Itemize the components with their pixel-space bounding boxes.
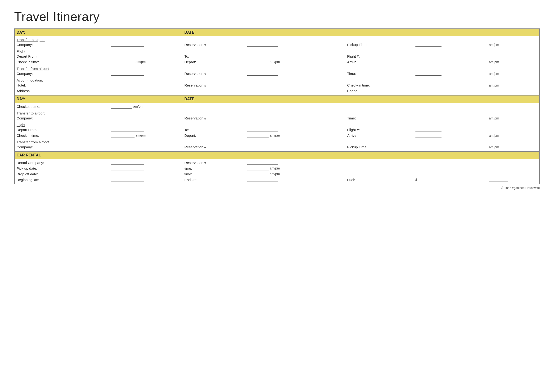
checkout-row: Checkout time: am/pm — [14, 103, 540, 110]
check-in-label-acc: Check-in time: — [345, 82, 414, 88]
transfer-to-airport-2-heading: Transfer to airport — [17, 111, 45, 115]
ampm-depart-1: am/pm — [270, 60, 280, 64]
copyright: © The Organised Housewife — [14, 186, 540, 189]
dollar-sign: $ — [414, 177, 487, 184]
flight-2-row2: Check in time: am/pm Depart: am/pm Arriv… — [14, 133, 540, 138]
ampm-pickup: am/pm — [270, 166, 280, 170]
flight-num-label-2: Flight #: — [345, 127, 414, 133]
arrive-label-2: Arrive: — [345, 133, 414, 138]
ampm-tfa-1: am/pm — [487, 71, 513, 76]
page-title: Travel Itinerary — [14, 9, 540, 24]
drop-off-date-label: Drop off date: — [14, 171, 109, 177]
phone-label: Phone: — [345, 88, 414, 94]
pickup-time-label-2: Pickup Time: — [345, 144, 414, 150]
arrive-label-1: Arrive: — [345, 59, 414, 65]
ampm-tta-2: am/pm — [487, 115, 513, 121]
accommodation-row2: Address: Phone: — [14, 88, 540, 94]
transfer-to-airport-2-heading-row: Transfer to airport — [14, 109, 540, 115]
car-rental-row3: Drop off date: time: am/pm — [14, 171, 540, 177]
transfer-from-airport-1-heading: Transfer from airport — [17, 67, 49, 71]
time-label-car2: time: — [182, 171, 245, 177]
flight-1-row2: Check in time: am/pm Depart: am/pm Arriv… — [14, 59, 540, 65]
transfer-from-airport-1-heading-row: Transfer from airport — [14, 65, 540, 71]
day-label-2: DAY: — [14, 95, 182, 103]
time-label-tfa-1: Time: — [345, 71, 414, 76]
car-rental-header: CAR RENTAL — [14, 151, 540, 159]
depart-from-label-1: Depart From: — [14, 53, 109, 59]
ampm-dropoff: am/pm — [270, 172, 280, 176]
car-rental-row1: Rental Company: Reservation # — [14, 159, 540, 166]
car-rental-row4: Beginning km: End km: Fuel: $ — [14, 177, 540, 184]
flight-1-heading-row: Flight — [14, 47, 540, 53]
ampm-checkout: am/pm — [133, 105, 143, 108]
reservation-label-tfa-1: Reservation # — [182, 71, 245, 76]
ampm-tfa-2: am/pm — [487, 144, 513, 150]
company-label-tfa-2: Company: — [14, 144, 109, 150]
ampm-acc: am/pm — [487, 82, 513, 88]
ampm-check-in-1: am/pm — [135, 60, 146, 64]
address-label: Address: — [14, 88, 109, 94]
flight-1-row1: Depart From: To: Flight #: — [14, 53, 540, 59]
depart-label-2: Depart: — [182, 133, 245, 138]
ampm-arrive-2: am/pm — [487, 133, 513, 138]
check-in-label-2: Check in time: — [14, 133, 109, 138]
flight-num-label-1: Flight #: — [345, 53, 414, 59]
flight-1-heading: Flight — [17, 49, 25, 53]
company-label-2: Company: — [14, 115, 109, 121]
to-label-2: To: — [182, 127, 245, 133]
transfer-from-airport-2-row: Company: Reservation # Pickup Time: am/p… — [14, 144, 540, 150]
date-label-1: DATE: — [182, 29, 540, 36]
reservation-label-2: Reservation # — [182, 115, 245, 121]
section2-header: DAY: DATE: — [14, 95, 540, 103]
reservation-label-acc: Reservation # — [182, 82, 245, 88]
ampm-depart-2: am/pm — [270, 133, 280, 137]
car-rental-row2: Pick up date: time: am/pm — [14, 165, 540, 171]
time-label-2: Time: — [345, 115, 414, 121]
reservation-label-tfa-2: Reservation # — [182, 144, 245, 150]
company-label-1: Company: — [14, 42, 109, 47]
pickup-time-label-1: Pickup Time: — [345, 42, 414, 47]
date-label-2: DATE: — [182, 95, 540, 103]
hotel-label: Hotel: — [14, 82, 109, 88]
accommodation-heading: Accommodation: — [17, 78, 43, 82]
transfer-to-airport-1-heading: Transfer to airport — [17, 38, 45, 42]
car-rental-heading: CAR RENTAL — [14, 151, 540, 159]
company-label-tfa-1: Company: — [14, 71, 109, 76]
depart-from-label-2: Depart From: — [14, 127, 109, 133]
ampm-arrive-1: am/pm — [487, 59, 513, 65]
transfer-to-airport-1-heading-row: Transfer to airport — [14, 36, 540, 42]
fuel-label: Fuel: — [345, 177, 414, 184]
transfer-to-airport-2-row: Company: Reservation # Time: am/pm — [14, 115, 540, 121]
transfer-from-airport-1-row: Company: Reservation # Time: am/pm — [14, 71, 540, 76]
accommodation-heading-row: Accommodation: — [14, 76, 540, 82]
to-label-1: To: — [182, 53, 245, 59]
ampm-check-in-2: am/pm — [135, 133, 146, 137]
transfer-from-airport-2-heading: Transfer from airport — [17, 140, 49, 144]
checkout-label: Checkout time: — [14, 103, 109, 110]
pick-up-date-label: Pick up date: — [14, 165, 109, 171]
time-label-car1: time: — [182, 165, 245, 171]
day-label-1: DAY: — [14, 29, 182, 36]
itinerary-table: DAY: DATE: Transfer to airport Company: … — [14, 28, 540, 184]
end-km-label: End km: — [182, 177, 245, 184]
check-in-label-1: Check in time: — [14, 59, 109, 65]
transfer-from-airport-2-heading-row: Transfer from airport — [14, 138, 540, 144]
flight-2-row1: Depart From: To: Flight #: — [14, 127, 540, 133]
section1-header: DAY: DATE: — [14, 29, 540, 36]
reservation-label-1: Reservation # — [182, 42, 245, 47]
rental-company-label: Rental Company: — [14, 159, 109, 166]
reservation-label-car: Reservation # — [182, 159, 245, 166]
flight-2-heading: Flight — [17, 123, 25, 127]
accommodation-row1: Hotel: Reservation # Check-in time: am/p… — [14, 82, 540, 88]
ampm-1: am/pm — [487, 42, 513, 47]
depart-label-1: Depart: — [182, 59, 245, 65]
beginning-km-label: Beginning km: — [14, 177, 109, 184]
flight-2-heading-row: Flight — [14, 121, 540, 127]
transfer-to-airport-1-row: Company: Reservation # Pickup Time: am/p… — [14, 42, 540, 47]
